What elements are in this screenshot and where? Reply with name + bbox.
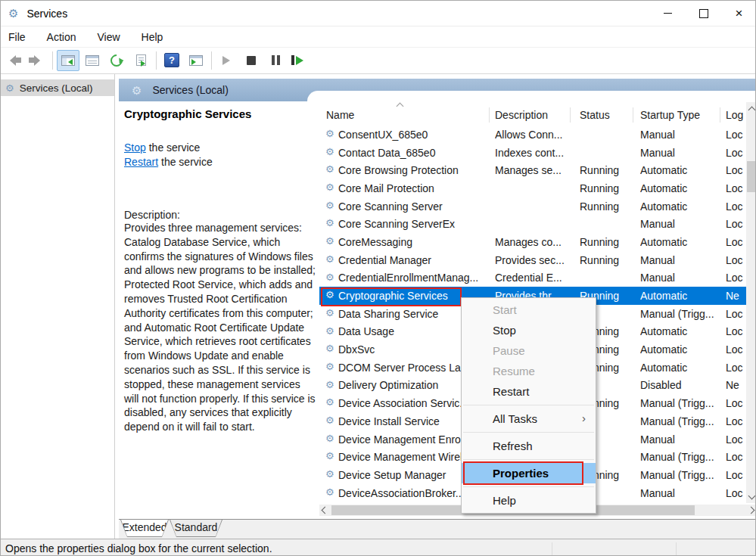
tree-item-services-local[interactable]: ⚙ Services (Local) bbox=[1, 79, 114, 96]
maximize-icon bbox=[699, 9, 708, 18]
show-console-tree-button[interactable] bbox=[57, 50, 79, 71]
minimize-icon bbox=[664, 13, 672, 14]
menu-file[interactable]: File bbox=[1, 31, 36, 43]
close-icon: × bbox=[736, 7, 743, 20]
column-header-startup-type[interactable]: Startup Type bbox=[640, 109, 700, 121]
service-row[interactable]: ⚙ CredentialEnrollmentManag... Credentia… bbox=[319, 269, 746, 287]
stop-service-button[interactable] bbox=[240, 50, 263, 71]
service-gear-icon: ⚙ bbox=[325, 415, 334, 425]
service-name-cell: CoreMessaging bbox=[338, 236, 493, 248]
service-description-cell: Credential E... bbox=[495, 272, 574, 284]
vertical-scrollbar[interactable] bbox=[746, 102, 756, 503]
context-menu-item-start[interactable]: Start › bbox=[462, 300, 596, 320]
service-row[interactable]: ⚙ Core Scanning Server Running Automatic… bbox=[319, 197, 746, 216]
service-log-on-as-cell: Loc bbox=[726, 200, 746, 213]
service-row[interactable]: ⚙ Core Browsing Protection Manages se...… bbox=[319, 161, 746, 179]
service-name-cell: Core Scanning ServerEx bbox=[338, 218, 493, 230]
context-menu-item-properties[interactable]: Properties › bbox=[462, 463, 596, 483]
service-status-cell: Running bbox=[580, 164, 637, 176]
close-button[interactable]: × bbox=[721, 1, 756, 26]
column-divider[interactable] bbox=[570, 107, 571, 123]
column-header-status[interactable]: Status bbox=[580, 109, 610, 121]
scroll-left-icon[interactable] bbox=[322, 508, 328, 513]
context-menu-item-restart[interactable]: Restart › bbox=[462, 381, 596, 402]
service-startup-type-cell: Automatic bbox=[640, 290, 722, 302]
service-row[interactable]: ⚙ Core Scanning ServerEx Manual Loc bbox=[319, 215, 746, 233]
column-divider[interactable] bbox=[633, 107, 633, 123]
service-startup-type-cell: Automatic bbox=[640, 362, 722, 374]
service-gear-icon: ⚙ bbox=[325, 326, 334, 336]
content-header-label: Services (Local) bbox=[152, 84, 228, 96]
service-name-cell: Core Scanning Server bbox=[338, 200, 493, 213]
properties-dialog-icon bbox=[86, 55, 99, 66]
forward-button[interactable] bbox=[26, 50, 48, 71]
help-button[interactable]: ? bbox=[160, 50, 183, 71]
service-row[interactable]: ⚙ ConsentUX_685e0 Allows Conn... Manual … bbox=[319, 126, 746, 144]
service-description-text: Provides three management services: Cata… bbox=[124, 221, 316, 434]
service-startup-type-cell: Manual (Trigg... bbox=[640, 415, 722, 427]
context-menu-item-refresh[interactable]: Refresh › bbox=[462, 436, 596, 456]
window-title: Services bbox=[26, 8, 67, 20]
column-header-description[interactable]: Description bbox=[495, 109, 548, 121]
maximize-button[interactable] bbox=[686, 1, 721, 26]
service-startup-type-cell: Disabled bbox=[640, 379, 722, 391]
context-menu-item-stop[interactable]: Stop › bbox=[462, 320, 596, 340]
service-description-cell: Manages co... bbox=[495, 236, 574, 248]
service-log-on-as-cell: Loc bbox=[726, 415, 746, 427]
service-row[interactable]: ⚙ CoreMessaging Manages co... Running Au… bbox=[319, 233, 746, 251]
service-gear-icon: ⚙ bbox=[325, 469, 334, 479]
vertical-scrollbar-thumb[interactable] bbox=[747, 161, 756, 192]
show-action-pane-button[interactable] bbox=[185, 50, 207, 71]
context-menu-item-pause[interactable]: Pause › bbox=[462, 340, 596, 361]
context-menu-item-resume[interactable]: Resume › bbox=[462, 361, 596, 381]
service-log-on-as-cell: Loc bbox=[726, 343, 746, 356]
properties-toolbar-button[interactable] bbox=[81, 50, 104, 71]
forward-icon bbox=[29, 55, 45, 66]
column-header-name[interactable]: Name bbox=[326, 109, 354, 121]
back-icon bbox=[5, 55, 21, 66]
service-startup-type-cell: Automatic bbox=[640, 182, 722, 194]
back-button[interactable] bbox=[2, 50, 24, 71]
service-startup-type-cell: Manual bbox=[640, 272, 722, 284]
service-row[interactable]: ⚙ Credential Manager Provides sec... Run… bbox=[319, 251, 746, 269]
service-name-cell: Contact Data_685e0 bbox=[338, 147, 493, 159]
service-gear-icon: ⚙ bbox=[325, 147, 334, 157]
menu-help[interactable]: Help bbox=[131, 31, 174, 43]
column-divider[interactable] bbox=[720, 107, 720, 123]
column-divider[interactable] bbox=[489, 107, 490, 123]
service-log-on-as-cell: Loc bbox=[726, 236, 746, 248]
menu-bar: File Action View Help bbox=[1, 26, 756, 48]
console-tree-pane: ⚙ Services (Local) bbox=[1, 74, 115, 539]
context-menu-item-help[interactable]: Help › bbox=[462, 490, 596, 511]
service-log-on-as-cell: Loc bbox=[726, 147, 746, 159]
scroll-right-icon[interactable] bbox=[748, 508, 754, 513]
service-log-on-as-cell: Loc bbox=[726, 487, 746, 499]
refresh-button[interactable] bbox=[105, 50, 128, 71]
stop-service-icon bbox=[247, 56, 256, 65]
scroll-down-icon[interactable] bbox=[749, 493, 754, 499]
restart-service-button[interactable] bbox=[288, 50, 311, 71]
status-bar-divider bbox=[552, 542, 552, 555]
context-menu-separator bbox=[463, 486, 594, 487]
service-startup-type-cell: Automatic bbox=[640, 325, 722, 337]
service-description-cell: Allows Conn... bbox=[495, 129, 574, 141]
export-list-button[interactable] bbox=[129, 50, 152, 71]
scroll-up-icon[interactable] bbox=[749, 107, 754, 113]
tab-standard[interactable]: Standard bbox=[170, 520, 222, 537]
context-menu-item-all-tasks[interactable]: All Tasks › bbox=[462, 408, 596, 429]
service-log-on-as-cell: Ne bbox=[726, 379, 746, 391]
menu-action[interactable]: Action bbox=[36, 31, 87, 43]
service-log-on-as-cell: Loc bbox=[726, 308, 746, 320]
start-service-button[interactable] bbox=[216, 50, 238, 71]
view-tabs-bar: Extended Standard bbox=[119, 519, 756, 539]
menu-view[interactable]: View bbox=[86, 31, 130, 43]
service-gear-icon: ⚙ bbox=[325, 218, 334, 228]
service-row[interactable]: ⚙ Core Mail Protection Running Automatic… bbox=[319, 179, 746, 197]
tab-extended[interactable]: Extended bbox=[120, 520, 169, 537]
column-header-log-on-as[interactable]: Log bbox=[726, 109, 743, 121]
pause-service-button[interactable] bbox=[264, 50, 287, 71]
stop-service-link[interactable]: Stop bbox=[124, 141, 146, 154]
minimize-button[interactable] bbox=[650, 1, 686, 26]
restart-service-link[interactable]: Restart bbox=[124, 156, 158, 168]
service-row[interactable]: ⚙ Contact Data_685e0 Indexes cont... Man… bbox=[319, 144, 746, 162]
